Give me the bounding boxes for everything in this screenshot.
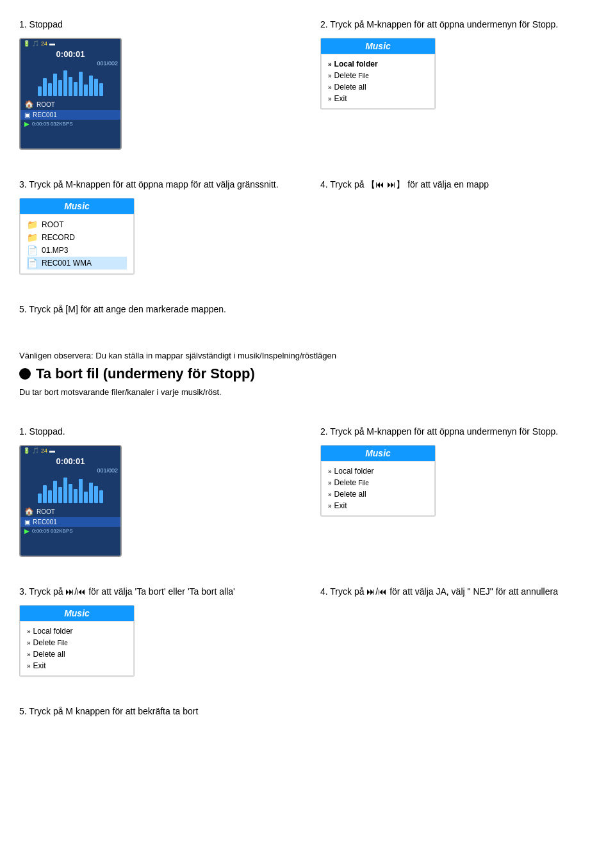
wave-bar (99, 83, 103, 96)
menu-item-delete-all-2[interactable]: » Delete all (328, 488, 428, 500)
cell-step3: 3. Tryck på M-knappen för att öppna mapp… (19, 173, 295, 285)
menu-item-text-3: Delete all (334, 83, 366, 92)
step4b-text: 4. Tryck på ⏭/⏮ för att välja JA, välj "… (320, 585, 596, 599)
rec-text-2: REC001 (33, 518, 57, 526)
counter-icon-2: 24 (41, 447, 47, 454)
cell-step2: 2. Tryck på M-knappen för att öppna unde… (320, 13, 596, 160)
folder-item-wma[interactable]: 📄 REC001 WMA (27, 257, 127, 269)
wave-bar (94, 79, 98, 96)
bottom-text-2: 0:00:05 032KBPS (32, 528, 73, 534)
folder-item-root[interactable]: 📁 ROOT (27, 218, 127, 231)
device-icons-1: 🔋 🎵 24 ▬ (23, 40, 55, 47)
menu-item-local-folder-1[interactable]: » Local folder (328, 58, 428, 70)
wave-bar-2 (53, 481, 57, 503)
root-text-2: ROOT (37, 508, 55, 515)
device-root-1: 🏠 ROOT (20, 99, 120, 110)
counter-icon: 24 (41, 40, 47, 47)
wave-bar-2 (94, 486, 98, 503)
folder-item-mp3[interactable]: 📄 01.MP3 (27, 244, 127, 257)
chevron-icon-2d: » (328, 502, 332, 510)
music-menu-body-2: » Local folder » Delete File » Delete al… (321, 461, 435, 516)
page-content: 1. Stoppad 🔋 🎵 24 ▬ 0:00:01 001/002 (19, 13, 596, 730)
step3b-text: 3. Tryck på ⏭/⏮ för att välja 'Ta bort' … (19, 585, 295, 599)
battery-icon: 🔋 (23, 40, 30, 47)
big-heading: Ta bort fil (undermeny för Stopp) (19, 366, 596, 382)
file-icon-wma: 📄 (27, 258, 38, 268)
device-top-bar-1: 🔋 🎵 24 ▬ (20, 39, 120, 48)
wave-bar-2 (63, 478, 67, 503)
step3-text: 3. Tryck på M-knappen för att öppna mapp… (19, 178, 295, 191)
folder-name-wma: REC001 WMA (42, 259, 92, 268)
chevron-icon-2c: » (328, 491, 332, 498)
folder-item-record[interactable]: 📁 RECORD (27, 231, 127, 244)
cell-step1: 1. Stoppad 🔋 🎵 24 ▬ 0:00:01 001/002 (19, 13, 295, 160)
wave-bar (74, 82, 78, 96)
device-time-1: 0:00:01 (20, 48, 120, 60)
step5b-text: 5. Tryck på M knappen för att bekräfta t… (19, 705, 596, 718)
wave-bar-2 (58, 487, 62, 503)
folder-browser-body: 📁 ROOT 📁 RECORD 📄 01.MP3 📄 REC001 WMA (20, 214, 134, 274)
menu-item-delete-all-1[interactable]: » Delete all (328, 81, 428, 93)
wave-bar-2 (99, 490, 103, 503)
music-menu-1: Music » Local folder » Delete File » Del… (320, 38, 436, 109)
menu-item-text-2d: Exit (334, 501, 347, 510)
folder-name-root: ROOT (42, 220, 64, 229)
step4-text: 4. Tryck på 【⏮ ⏭】 för att välja en mapp (320, 178, 596, 191)
music-menu-header-1: Music (321, 38, 435, 54)
menu-item-delete-file-2[interactable]: » Delete File (328, 477, 428, 488)
menu-item-exit-3[interactable]: » Exit (27, 660, 127, 671)
menu-item-exit-2[interactable]: » Exit (328, 500, 428, 511)
menu-item-text-2c: Delete all (334, 490, 366, 499)
wave-bar (69, 77, 72, 96)
device-waveform-1 (20, 67, 120, 99)
chevron-icon-3c: » (27, 651, 31, 658)
wave-bar-2 (74, 489, 78, 503)
folder-browser-1: Music 📁 ROOT 📁 RECORD 📄 01.MP3 📄 REC001 … (19, 198, 135, 275)
device-screen-1: 🔋 🎵 24 ▬ 0:00:01 001/002 (19, 38, 122, 150)
wave-bar (84, 84, 88, 96)
menu-item-text-2b: Delete File (334, 478, 369, 487)
file-icon-mp3: 📄 (27, 245, 38, 255)
chevron-icon-3b: » (27, 639, 31, 647)
music-menu-body-3: » Local folder » Delete File » Delete al… (20, 621, 134, 676)
play-icon-2: ▶ (24, 527, 29, 534)
device-counter-1: 001/002 (20, 60, 120, 67)
play-icon: ▶ (24, 120, 29, 127)
chevron-icon-2b: » (328, 479, 332, 486)
music-menu-header-3: Music (20, 606, 134, 621)
wave-bar (48, 83, 52, 96)
device-root-2: 🏠 ROOT (20, 506, 120, 517)
menu-item-exit-1[interactable]: » Exit (328, 93, 428, 104)
music-icon: 🎵 (32, 40, 39, 47)
chevron-icon-3d: » (27, 663, 31, 670)
menu-item-text-2a: Local folder (334, 467, 374, 476)
menu-item-delete-file-3[interactable]: » Delete File (27, 637, 127, 648)
cell-step1b: 1. Stoppad. 🔋 🎵 24 ▬ 0:00:01 001/002 (19, 420, 295, 567)
folder-icon-record: 📁 (27, 232, 38, 243)
device-bottom-1: ▶ 0:00:05 032KBPS (20, 120, 120, 128)
cell-step5b: 5. Tryck på M knappen för att bekräfta t… (19, 700, 596, 730)
file-icon-2: ▣ (24, 518, 30, 526)
menu-item-local-folder-3[interactable]: » Local folder (27, 625, 127, 637)
device-icons-2: 🔋 🎵 24 ▬ (23, 447, 55, 454)
wave-bar-2 (38, 494, 42, 503)
step5-text: 5. Tryck på [M] för att ange den markera… (19, 303, 596, 316)
menu-icon-2: ▬ (49, 447, 55, 454)
bottom-text: 0:00:05 032KBPS (32, 121, 73, 127)
menu-item-delete-all-3[interactable]: » Delete all (27, 648, 127, 660)
step1-text: 1. Stoppad (19, 18, 295, 31)
music-icon-2: 🎵 (32, 447, 39, 454)
chevron-icon-1: » (328, 61, 332, 68)
folder-browser-header: Music (20, 198, 134, 214)
chevron-icon-3a: » (27, 628, 31, 635)
bullet-icon (19, 368, 31, 380)
step2b-text: 2. Tryck på M-knappen för att öppna unde… (320, 425, 596, 438)
chevron-icon-4: » (328, 95, 332, 102)
menu-item-text-3d: Exit (33, 661, 46, 670)
music-menu-header-2: Music (321, 446, 435, 461)
cell-step5: 5. Tryck på [M] för att ange den markera… (19, 298, 596, 328)
menu-item-local-folder-2[interactable]: » Local folder (328, 465, 428, 477)
menu-item-delete-file-1[interactable]: » Delete File (328, 70, 428, 81)
music-menu-3: Music » Local folder » Delete File » Del… (19, 605, 135, 677)
wave-bar (43, 78, 47, 96)
